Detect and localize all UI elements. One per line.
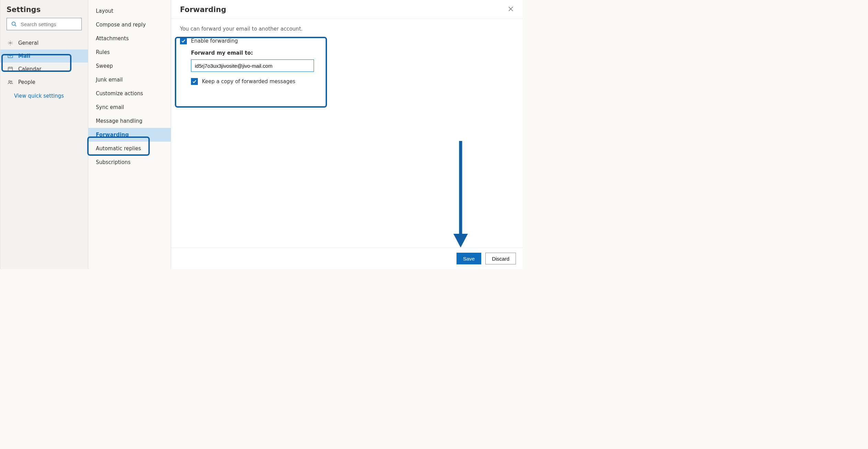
sub-item-rules[interactable]: Rules [88, 45, 171, 59]
sidebar-item-calendar[interactable]: Calendar [0, 63, 88, 76]
svg-point-2 [10, 42, 11, 44]
svg-line-1 [15, 25, 16, 26]
sub-item-layout[interactable]: Layout [88, 4, 171, 18]
forwarding-description: You can forward your email to another ac… [180, 26, 514, 32]
keep-copy-label: Keep a copy of forwarded messages [202, 78, 295, 85]
forward-to-input[interactable] [191, 59, 314, 72]
save-button[interactable]: Save [456, 253, 481, 264]
search-settings-box[interactable] [7, 18, 82, 30]
sub-item-compose-reply[interactable]: Compose and reply [88, 18, 171, 32]
sub-item-customize-actions[interactable]: Customize actions [88, 87, 171, 100]
forward-to-label: Forward my email to: [191, 50, 514, 56]
sidebar-item-people[interactable]: People [0, 76, 88, 89]
svg-point-8 [9, 80, 10, 82]
keep-copy-checkbox[interactable] [191, 78, 198, 85]
sub-item-sync-email[interactable]: Sync email [88, 100, 171, 114]
gear-icon [7, 40, 13, 46]
sub-item-sweep[interactable]: Sweep [88, 59, 171, 73]
people-icon [7, 79, 13, 85]
sub-item-subscriptions[interactable]: Subscriptions [88, 155, 171, 169]
svg-point-9 [11, 81, 12, 82]
sidebar-item-label: General [18, 40, 38, 46]
sidebar-item-mail[interactable]: Mail [0, 50, 88, 63]
svg-rect-4 [8, 67, 13, 72]
enable-forwarding-checkbox[interactable] [180, 37, 187, 44]
pane-title: Forwarding [180, 6, 226, 14]
keep-copy-row[interactable]: Keep a copy of forwarded messages [191, 78, 514, 85]
enable-forwarding-label: Enable forwarding [191, 38, 238, 44]
sub-item-forwarding[interactable]: Forwarding [88, 128, 171, 142]
close-icon[interactable] [508, 6, 514, 13]
sub-item-attachments[interactable]: Attachments [88, 32, 171, 45]
discard-button[interactable]: Discard [485, 253, 516, 264]
sidebar-item-general[interactable]: General [0, 36, 88, 50]
calendar-icon [7, 66, 13, 72]
view-quick-settings-link[interactable]: View quick settings [0, 89, 88, 103]
sub-item-automatic-replies[interactable]: Automatic replies [88, 142, 171, 155]
settings-dialog: Settings General Mail [0, 0, 523, 269]
settings-title: Settings [0, 3, 88, 18]
sidebar-item-label: Calendar [18, 66, 41, 72]
sub-item-message-handling[interactable]: Message handling [88, 114, 171, 128]
enable-forwarding-row[interactable]: Enable forwarding [180, 37, 514, 44]
settings-subcategory-column: Layout Compose and reply Attachments Rul… [88, 0, 171, 269]
search-input[interactable] [21, 21, 86, 27]
sidebar-item-label: People [18, 79, 35, 85]
sub-item-junk-email[interactable]: Junk email [88, 73, 171, 87]
settings-detail-pane: Forwarding You can forward your email to… [171, 0, 523, 269]
sidebar-item-label: Mail [18, 53, 30, 59]
svg-point-0 [12, 22, 15, 25]
search-icon [11, 21, 17, 27]
settings-category-column: Settings General Mail [0, 0, 88, 269]
mail-icon [7, 53, 13, 59]
